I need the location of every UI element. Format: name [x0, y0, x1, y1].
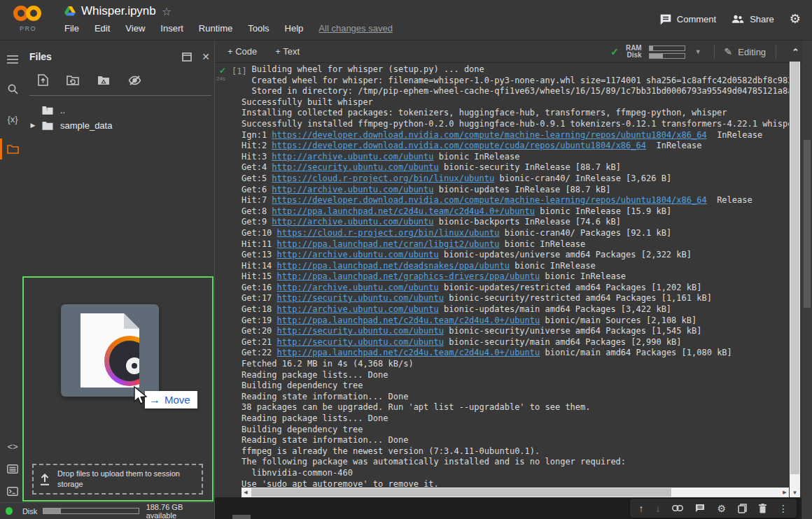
upload-file-icon[interactable]: [38, 74, 48, 86]
console-link[interactable]: https://developer.download.nvidia.com/co…: [272, 195, 706, 205]
scroll-right-arrow[interactable]: ▶: [780, 488, 789, 497]
variables-icon[interactable]: {x}: [0, 108, 25, 129]
add-comment-icon[interactable]: [695, 504, 705, 513]
toolbar-separator: [776, 45, 776, 59]
console-line: Reading state information... Done: [241, 392, 789, 403]
scroll-down-arrow[interactable]: ▼: [790, 488, 800, 497]
table-of-contents-icon[interactable]: [0, 49, 25, 70]
mirror-cell-icon[interactable]: [738, 504, 747, 513]
console-link[interactable]: http://ppa.launchpad.net/deadsnakes/ppa/…: [277, 261, 510, 271]
menu-runtime[interactable]: Runtime: [199, 23, 232, 34]
menu-help[interactable]: Help: [285, 23, 304, 34]
console-link[interactable]: http://ppa.launchpad.net/cran/libgit2/ub…: [277, 239, 500, 249]
menu-file[interactable]: File: [64, 23, 79, 34]
notebook-main: + Code + Text ✓ RAM Disk ▼ ✎ Editing: [215, 41, 812, 519]
delete-cell-icon[interactable]: [759, 504, 766, 513]
console-link[interactable]: http://archive.ubuntu.com/ubuntu: [277, 304, 439, 314]
upload-dropzone[interactable]: → Move: [22, 276, 214, 502]
tree-item-sample-data[interactable]: ▶ sample_data: [25, 118, 214, 133]
console-line: Successfully built whisper: [241, 97, 789, 108]
scroll-left-arrow[interactable]: ◀: [241, 488, 250, 497]
console-link[interactable]: https://developer.download.nvidia.com/co…: [272, 130, 706, 140]
more-actions-icon[interactable]: ⋮: [778, 503, 788, 514]
open-in-new-window-icon[interactable]: [182, 52, 192, 62]
console-link[interactable]: http://archive.ubuntu.com/ubuntu: [272, 185, 433, 194]
console-link[interactable]: http://security.ubuntu.com/ubuntu: [277, 326, 444, 336]
notebook-title[interactable]: Whisper.ipynb: [81, 4, 156, 18]
console-line: Installing collected packages: tokenizer…: [241, 108, 789, 119]
cell-success-check-icon: ✓: [219, 66, 226, 76]
console-link[interactable]: http://archive.ubuntu.com/ubuntu: [272, 217, 433, 227]
console-line: Ign:1 https://developer.download.nvidia.…: [241, 130, 789, 141]
terminal-icon[interactable]: [0, 481, 25, 502]
menu-insert[interactable]: Insert: [160, 23, 183, 34]
pencil-icon: ✎: [724, 46, 733, 57]
console-link[interactable]: http://ppa.launchpad.net/c2d4u.team/c2d4…: [277, 315, 540, 325]
close-panel-icon[interactable]: ✕: [202, 51, 210, 62]
move-cell-down-icon[interactable]: ↓: [655, 503, 660, 514]
console-link[interactable]: https://cloud.r-project.org/bin/linux/ub…: [277, 228, 500, 238]
resources-dropdown-icon[interactable]: ▼: [692, 48, 704, 55]
add-code-button[interactable]: + Code: [227, 46, 257, 57]
hscroll-thumb[interactable]: [251, 488, 671, 497]
mount-drive-icon[interactable]: [97, 74, 110, 86]
share-button[interactable]: Share: [732, 14, 774, 24]
comment-button[interactable]: Comment: [660, 14, 716, 24]
console-link[interactable]: http://security.ubuntu.com/ubuntu: [272, 162, 438, 172]
console-line: Hit:7 https://developer.download.nvidia.…: [241, 195, 789, 206]
console-link[interactable]: http://ppa.launchpad.net/c2d4u.team/c2d4…: [277, 348, 540, 357]
tree-item-parent-dir[interactable]: ↑ ..: [25, 102, 214, 118]
files-panel-header: Files ✕: [29, 49, 210, 64]
console-line: Hit:14 http://ppa.launchpad.net/deadsnak…: [241, 261, 789, 272]
output-vertical-scrollbar[interactable]: ▼: [790, 62, 800, 498]
cell-settings-gear-icon[interactable]: ⚙: [717, 503, 726, 514]
hide-hidden-files-icon[interactable]: [128, 74, 141, 86]
menu-edit[interactable]: Edit: [94, 23, 110, 34]
drive-icon: [64, 6, 76, 16]
add-text-button[interactable]: + Text: [275, 46, 300, 57]
console-link[interactable]: http://archive.ubuntu.com/ubuntu: [277, 283, 439, 292]
colab-window: PRO Whisper.ipynb ☆ FileEditViewInsertRu…: [0, 0, 812, 519]
notebook-toolbar: + Code + Text ✓ RAM Disk ▼ ✎ Editing: [215, 41, 812, 63]
console-line: Get:20 http://security.ubuntu.com/ubuntu…: [241, 326, 789, 337]
console-link[interactable]: https://cloud.r-project.org/bin/linux/ub…: [272, 173, 494, 183]
menu-view[interactable]: View: [125, 23, 145, 34]
star-icon[interactable]: ☆: [162, 5, 172, 18]
cell-execution-time: 24s: [216, 76, 225, 82]
colab-pro-logo[interactable]: PRO: [8, 5, 48, 36]
menu-tools[interactable]: Tools: [248, 23, 269, 34]
console-line: Successfully installed ffmpeg-python-0.2…: [241, 119, 789, 130]
link-to-cell-icon[interactable]: [672, 505, 683, 511]
code-snippets-icon[interactable]: <>: [0, 436, 25, 457]
folder-up-icon: ↑: [42, 105, 55, 115]
output-horizontal-scrollbar[interactable]: ◀ ▶: [241, 488, 789, 497]
search-icon[interactable]: [0, 78, 25, 99]
expand-chevron-icon[interactable]: ▶: [28, 122, 38, 129]
page-scrollbar-thumb[interactable]: [804, 140, 811, 308]
files-icon[interactable]: [0, 138, 25, 159]
console-link[interactable]: http://ppa.launchpad.net/c2d4u.team/c2d4…: [272, 206, 535, 216]
page-scrollbar[interactable]: [802, 41, 812, 519]
cell-output-console[interactable]: Building wheel for whisper (setup.py) ..…: [241, 63, 789, 497]
refresh-folder-icon[interactable]: [66, 74, 79, 86]
move-cell-up-icon[interactable]: ↑: [638, 503, 643, 514]
settings-gear-icon[interactable]: ⚙: [790, 11, 801, 27]
tree-item-label: sample_data: [60, 120, 112, 131]
pro-badge: PRO: [8, 25, 48, 32]
editing-mode-button[interactable]: ✎ Editing: [724, 46, 766, 57]
console-link[interactable]: http://ppa.launchpad.net/graphics-driver…: [277, 271, 540, 281]
console-link[interactable]: https://developer.download.nvidia.com/co…: [272, 141, 646, 150]
resource-usage-bars[interactable]: [649, 45, 685, 59]
console-line: Hit:3 http://archive.ubuntu.com/ubuntu b…: [241, 152, 789, 163]
console-line: Get:4 http://security.ubuntu.com/ubuntu …: [241, 162, 789, 173]
console-link[interactable]: http://security.ubuntu.com/ubuntu: [277, 293, 444, 303]
console-line: Get:8 http://ppa.launchpad.net/c2d4u.tea…: [241, 206, 789, 218]
command-palette-icon[interactable]: [0, 458, 25, 479]
console-line: Fetched 16.2 MB in 4s (4,368 kB/s): [241, 359, 789, 370]
save-status[interactable]: All changes saved: [318, 23, 393, 34]
vscroll-thumb[interactable]: [790, 62, 799, 474]
console-link[interactable]: http://archive.ubuntu.com/ubuntu: [272, 152, 433, 162]
console-link[interactable]: http://security.ubuntu.com/ubuntu: [277, 337, 444, 347]
console-link[interactable]: http://archive.ubuntu.com/ubuntu: [277, 250, 439, 260]
disk-label-toolbar: Disk: [626, 52, 642, 59]
